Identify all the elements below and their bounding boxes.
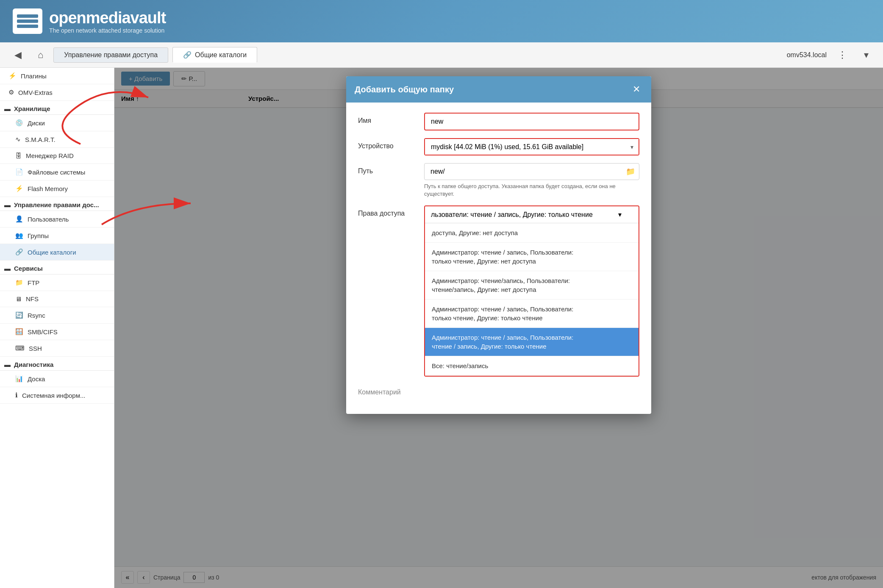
permissions-dropdown[interactable]: льзователи: чтение / запись, Другие: тол… <box>424 205 639 377</box>
device-control: mydisk [44.02 MiB (1%) used, 15.61 GiB a… <box>424 138 639 155</box>
collapse-icon: ▬ <box>4 105 11 112</box>
app-title: openmediavault <box>49 9 166 27</box>
extras-icon: ⚙ <box>8 89 14 96</box>
name-control <box>424 113 639 130</box>
permissions-control: льзователи: чтение / запись, Другие: тол… <box>424 205 639 377</box>
dashboard-icon: 📊 <box>15 375 23 383</box>
form-row-device: Устройство mydisk [44.02 MiB (1%) used, … <box>358 138 639 155</box>
permissions-option-3[interactable]: Администратор: чтение/запись, Пользовате… <box>425 271 639 300</box>
sidebar-section-diag[interactable]: ▬ Диагностика <box>0 357 114 371</box>
sidebar: ⚡ Плагины ⚙ OMV-Extras ▬ Хранилище 💿 Дис… <box>0 68 114 588</box>
sidebar-item-nfs[interactable]: 🖥 NFS <box>0 291 114 307</box>
logo-bar-2 <box>17 19 38 23</box>
logo-icon <box>13 8 42 34</box>
hostname-area: omv534.local ⋮ ▾ <box>787 47 875 63</box>
app-header: openmediavault The open network attached… <box>0 0 883 42</box>
app-subtitle: The open network attached storage soluti… <box>49 27 166 34</box>
path-input[interactable] <box>424 163 639 180</box>
sidebar-item-plugins[interactable]: ⚡ Плагины <box>0 68 114 84</box>
share-icon: 🔗 <box>183 51 192 59</box>
form-row-name: Имя <box>358 113 639 130</box>
sidebar-section-access[interactable]: ▬ Управление правами дос... <box>0 197 114 211</box>
plugin-icon: ⚡ <box>8 72 17 80</box>
modal-dialog: Добавить общую папку ✕ Имя Устройство <box>346 76 651 414</box>
home-button[interactable]: ⌂ <box>32 47 49 63</box>
collapse-icon-services: ▬ <box>4 265 11 272</box>
sidebar-section-services[interactable]: ▬ Сервисы <box>0 261 114 275</box>
form-row-permissions: Права доступа льзователи: чтение / запис… <box>358 205 639 377</box>
sidebar-item-ssh[interactable]: ⌨ SSH <box>0 340 114 357</box>
permissions-option-5[interactable]: Администратор: чтение / запись, Пользова… <box>425 328 639 356</box>
path-browse-button[interactable]: 📁 <box>626 167 635 176</box>
sidebar-item-shares[interactable]: 🔗 Общие каталоги <box>0 244 114 261</box>
path-input-wrapper: 📁 <box>424 163 639 180</box>
modal-body: Имя Устройство mydisk [44.02 MiB (1%) us… <box>346 103 651 414</box>
nav-tab-shares[interactable]: 🔗 Общие каталоги <box>172 47 257 63</box>
sidebar-item-dashboard[interactable]: 📊 Доска <box>0 371 114 387</box>
sidebar-item-omvextras[interactable]: ⚙ OMV-Extras <box>0 84 114 101</box>
sidebar-item-groups[interactable]: 👥 Группы <box>0 227 114 244</box>
device-select-wrapper[interactable]: mydisk [44.02 MiB (1%) used, 15.61 GiB a… <box>424 138 639 155</box>
smart-icon: ∿ <box>15 136 21 143</box>
logo-bar-1 <box>17 14 38 18</box>
rsync-icon: 🔄 <box>15 311 23 319</box>
users-icon: 👤 <box>15 215 23 223</box>
permissions-arrow: ▾ <box>618 211 622 219</box>
smb-icon: 🪟 <box>15 328 23 336</box>
ftp-icon: 📁 <box>15 279 23 286</box>
modal-title: Добавить общую папку <box>355 85 454 94</box>
collapse-icon-diag: ▬ <box>4 361 11 368</box>
permissions-option-6[interactable]: Все: чтение/запись <box>425 356 639 376</box>
sidebar-item-rsync[interactable]: 🔄 Rsync <box>0 307 114 324</box>
sidebar-item-raid[interactable]: 🗄 Менеджер RAID <box>0 148 114 164</box>
hostname-label: omv534.local <box>787 51 827 59</box>
sidebar-item-sysinfo[interactable]: ℹ Системная информ... <box>0 387 114 404</box>
content-area: + Добавить ✏ Р... Имя ↑ Устройс... Добав… <box>114 68 883 588</box>
back-button[interactable]: ◀ <box>8 47 28 63</box>
modal-header: Добавить общую папку ✕ <box>346 76 651 103</box>
logo-bar-3 <box>17 25 38 28</box>
name-input[interactable] <box>424 113 639 130</box>
path-label: Путь <box>358 163 417 175</box>
more-button[interactable]: ⋮ <box>832 47 853 63</box>
collapse-icon-access: ▬ <box>4 201 11 208</box>
device-label: Устройство <box>358 138 417 150</box>
main-toolbar: ◀ ⌂ Управление правами доступа 🔗 Общие к… <box>0 42 883 68</box>
sidebar-item-smart[interactable]: ∿ S.M.A.R.T. <box>0 131 114 148</box>
permissions-option-1[interactable]: доступа, Другие: нет доступа <box>425 223 639 243</box>
sidebar-item-users[interactable]: 👤 Пользователь <box>0 211 114 227</box>
flash-icon: ⚡ <box>15 185 23 192</box>
sidebar-item-ftp[interactable]: 📁 FTP <box>0 275 114 291</box>
path-control: 📁 Путь к папке общего доступа. Указанная… <box>424 163 639 198</box>
raid-icon: 🗄 <box>15 152 22 159</box>
sidebar-item-disks[interactable]: 💿 Диски <box>0 115 114 131</box>
sidebar-item-filesystems[interactable]: 📄 Файловые системы <box>0 164 114 180</box>
main-layout: ⚡ Плагины ⚙ OMV-Extras ▬ Хранилище 💿 Дис… <box>0 68 883 588</box>
nfs-icon: 🖥 <box>15 295 22 302</box>
fs-icon: 📄 <box>15 168 23 176</box>
comment-label: Комментарий <box>358 384 417 396</box>
modal-overlay: Добавить общую папку ✕ Имя Устройство <box>114 68 883 588</box>
permissions-option-4[interactable]: Администратор: чтение / запись, Пользова… <box>425 300 639 328</box>
nav-tab-access[interactable]: Управление правами доступа <box>53 47 168 63</box>
disks-icon: 💿 <box>15 119 23 127</box>
permissions-option-2[interactable]: Администратор: чтение / запись, Пользова… <box>425 243 639 271</box>
dropdown-button[interactable]: ▾ <box>858 47 875 63</box>
permissions-label: Права доступа <box>358 205 417 217</box>
sidebar-item-flash[interactable]: ⚡ Flash Memory <box>0 180 114 197</box>
shares-icon: 🔗 <box>15 248 23 256</box>
form-row-path: Путь 📁 Путь к папке общего доступа. Указ… <box>358 163 639 198</box>
sidebar-section-storage[interactable]: ▬ Хранилище <box>0 101 114 115</box>
sidebar-item-smb[interactable]: 🪟 SMB/CIFS <box>0 324 114 340</box>
groups-icon: 👥 <box>15 232 23 239</box>
modal-close-button[interactable]: ✕ <box>630 83 643 96</box>
name-label: Имя <box>358 113 417 125</box>
permissions-selected[interactable]: льзователи: чтение / запись, Другие: тол… <box>425 206 639 223</box>
permissions-dropdown-list: доступа, Другие: нет доступа Администрат… <box>425 223 639 376</box>
form-row-comment: Комментарий <box>358 384 639 396</box>
logo-text: openmediavault The open network attached… <box>49 9 166 34</box>
device-select[interactable]: mydisk [44.02 MiB (1%) used, 15.61 GiB a… <box>425 139 639 155</box>
ssh-icon: ⌨ <box>15 344 25 352</box>
sysinfo-icon: ℹ <box>15 391 18 399</box>
path-help-text: Путь к папке общего доступа. Указанная п… <box>424 183 639 198</box>
